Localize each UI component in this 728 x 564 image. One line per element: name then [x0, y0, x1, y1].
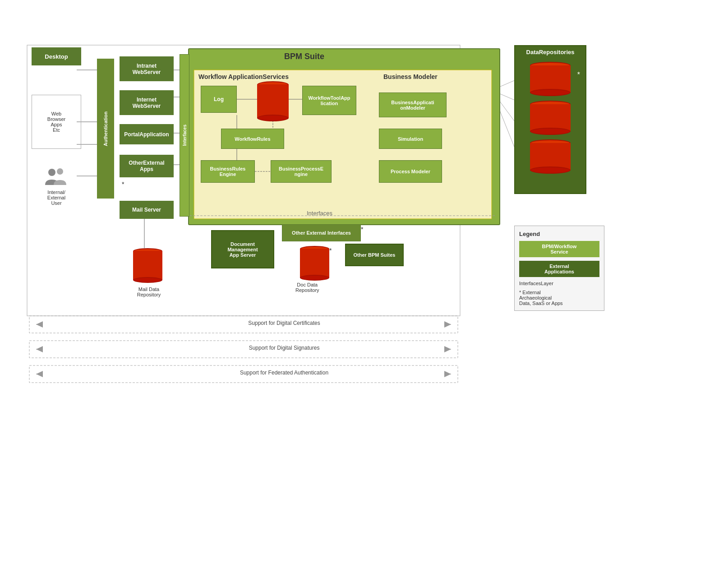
- mail-data-repository-label: Mail DataRepository: [131, 287, 167, 297]
- data-repositories-label: DataRepositories: [515, 46, 585, 58]
- data-repositories-box: DataRepositories *: [514, 45, 586, 194]
- support-digital-sigs-label: Support for Digital Signatures: [149, 345, 419, 351]
- log-box: Log: [201, 86, 237, 113]
- svg-marker-27: [444, 371, 451, 377]
- business-app-modeler-box: BusinessApplicationModeler: [379, 92, 447, 117]
- desktop-box: Desktop: [32, 47, 81, 65]
- svg-point-33: [57, 168, 63, 175]
- data-repo-db3: [530, 139, 571, 174]
- svg-point-32: [48, 169, 55, 176]
- other-external-interfaces-star: *: [361, 226, 363, 233]
- legend-external-box: ExternalApplications: [519, 261, 599, 277]
- process-modeler-box: Process Modeler: [379, 160, 442, 183]
- other-external-star: *: [122, 180, 124, 188]
- svg-marker-15: [36, 321, 43, 328]
- legend-title: Legend: [519, 231, 599, 237]
- diagram-container: Desktop WebBrowserAppsEtc Internal/Exter…: [0, 0, 728, 564]
- workflow-app-services-label: Workflow ApplicationServices: [198, 73, 289, 80]
- legend-star-note: * ExternalArchaeologicalData, SaaS or Ap…: [519, 290, 599, 306]
- user-icon: Internal/ExternalUser: [34, 167, 79, 206]
- doc-data-repository-label: Doc DataRepository: [295, 282, 319, 293]
- legend-box: Legend BPM/WorkflowService ExternalAppli…: [514, 226, 604, 311]
- portal-application-box: PortalApplication: [120, 124, 174, 144]
- support-federated-auth-label: Support for Federated Authentication: [149, 370, 419, 376]
- mail-data-repository-cylinder: [133, 248, 162, 283]
- other-external-apps-box: OtherExternalApps: [120, 155, 174, 177]
- business-rules-engine-box: BusinessRulesEngine: [201, 160, 255, 183]
- mail-server-box: Mail Server: [120, 201, 174, 219]
- ext-db-star: *: [329, 247, 332, 254]
- support-digital-certs-label: Support for Digital Certificates: [149, 320, 419, 326]
- data-repo-db1: [530, 62, 571, 96]
- data-repo-db2: [530, 101, 571, 135]
- workflow-tool-app-box: WorkflowToolApplication: [302, 86, 356, 115]
- workflow-rules-box: WorkflowRules: [221, 129, 284, 149]
- intranet-webserver-box: IntranetWebServer: [120, 56, 174, 81]
- interfaces-vertical-bar: Interfaces: [180, 54, 189, 217]
- doc-management-box: DocumentManagementApp Server: [211, 230, 274, 268]
- business-modeler-label: Business Modeler: [383, 73, 438, 80]
- other-bpm-suites-box: Other BPM Suites: [345, 244, 404, 266]
- legend-bpm-box: BPM/WorkflowService: [519, 241, 599, 257]
- internet-webserver-box: InternetWebServer: [120, 90, 174, 115]
- svg-marker-20: [36, 346, 43, 352]
- svg-marker-25: [36, 371, 43, 377]
- ext-interfaces-database: [300, 246, 329, 281]
- business-process-engine-box: BusinessProcessEngine: [271, 160, 332, 183]
- authentication-bar: Authentication: [97, 59, 114, 199]
- legend-interfaces-label: InterfacesLayer: [519, 281, 599, 286]
- workflow-database: [257, 81, 289, 121]
- interfaces-horizontal-label: Interfaces: [307, 210, 332, 217]
- bpm-suite-label: BPM Suite: [284, 52, 324, 61]
- other-external-interfaces-box: Other External Interfaces: [282, 224, 361, 241]
- svg-marker-17: [444, 321, 451, 328]
- svg-marker-22: [444, 346, 451, 352]
- simulation-box: Simulation: [379, 129, 442, 149]
- web-browser-box: WebBrowserAppsEtc: [32, 95, 81, 149]
